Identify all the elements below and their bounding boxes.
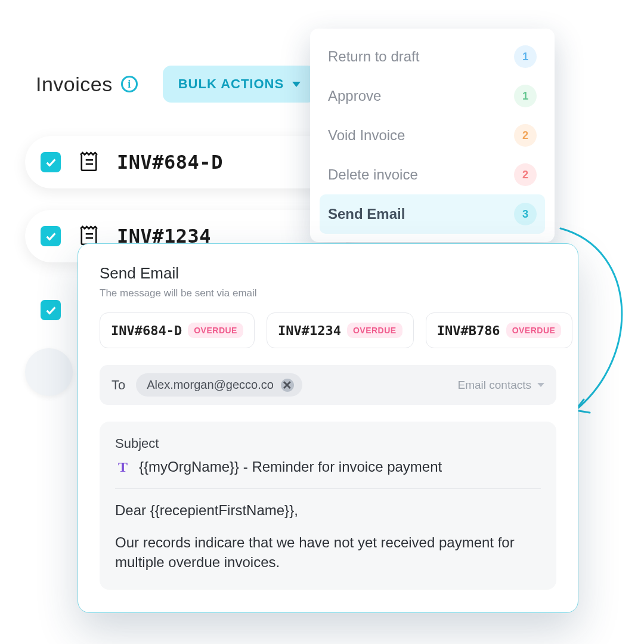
subject-label: Subject: [115, 436, 541, 451]
info-icon[interactable]: i: [121, 76, 138, 92]
subject-input[interactable]: T {{myOrgName}} - Reminder for invoice p…: [115, 459, 541, 475]
page-header: Invoices i BULK ACTIONS: [36, 66, 316, 103]
remove-recipient-icon[interactable]: ✕: [281, 379, 294, 392]
modal-subtitle: The message will be sent via email: [100, 287, 556, 299]
chevron-down-icon: [292, 82, 301, 87]
menu-item-delete[interactable]: Delete invoice 2: [320, 155, 545, 194]
recipient-email: Alex.morgan@gecco.co: [147, 378, 274, 392]
menu-item-label: Return to draft: [328, 48, 419, 65]
invoice-chip-id: INV#B786: [437, 323, 500, 338]
menu-item-return-to-draft[interactable]: Return to draft 1: [320, 37, 545, 76]
bulk-actions-menu: Return to draft 1 Approve 1 Void Invoice…: [310, 29, 555, 242]
send-email-modal: Send Email The message will be sent via …: [78, 243, 578, 613]
menu-item-void[interactable]: Void Invoice 2: [320, 116, 545, 155]
menu-item-badge: 2: [514, 124, 537, 147]
menu-item-label: Void Invoice: [328, 127, 405, 144]
menu-item-label: Delete invoice: [328, 166, 418, 183]
invoice-chip[interactable]: INV#684-D OVERDUE: [100, 312, 255, 348]
to-field[interactable]: To Alex.morgan@gecco.co ✕ Email contacts: [100, 365, 556, 405]
menu-item-badge: 2: [514, 163, 537, 186]
invoice-number: INV#684-D: [117, 151, 223, 174]
email-body-line: Dear {{recepientFirstName}},: [115, 501, 541, 520]
email-body-box: Subject T {{myOrgName}} - Reminder for i…: [100, 422, 556, 590]
bulk-actions-label: BULK ACTIONS: [178, 76, 284, 92]
menu-item-badge: 1: [514, 45, 537, 68]
checkbox-checked-icon[interactable]: [41, 300, 61, 320]
menu-item-send-email[interactable]: Send Email 3: [320, 194, 545, 234]
chevron-down-icon: [537, 383, 544, 387]
email-contacts-label: Email contacts: [457, 379, 531, 392]
status-badge-overdue: OVERDUE: [506, 323, 562, 338]
text-tool-icon[interactable]: T: [115, 459, 131, 475]
invoice-chip-row: INV#684-D OVERDUE INV#1234 OVERDUE INV#B…: [100, 312, 556, 348]
invoice-chip-id: INV#1234: [278, 323, 341, 338]
email-contacts-dropdown[interactable]: Email contacts: [457, 379, 544, 392]
menu-item-label: Approve: [328, 88, 381, 104]
invoice-chip[interactable]: INV#B786 OVERDUE: [426, 312, 573, 348]
menu-item-label: Send Email: [328, 206, 405, 222]
modal-title: Send Email: [100, 264, 556, 283]
invoice-icon: [76, 148, 101, 176]
to-label: To: [112, 377, 125, 393]
menu-item-badge: 1: [514, 85, 537, 107]
menu-item-badge: 3: [514, 203, 537, 225]
invoice-row[interactable]: INV#684-D: [25, 136, 347, 188]
email-body-editor[interactable]: Dear {{recepientFirstName}}, Our records…: [115, 501, 541, 572]
checkbox-checked-icon[interactable]: [41, 152, 61, 172]
checkbox-checked-icon[interactable]: [41, 226, 61, 246]
email-body-line: Our records indicare that we have not ye…: [115, 533, 541, 572]
invoice-chip-id: INV#684-D: [111, 323, 182, 338]
recipient-pill: Alex.morgan@gecco.co ✕: [136, 373, 302, 397]
invoice-row-placeholder: [25, 348, 73, 396]
subject-value: {{myOrgName}} - Reminder for invoice pay…: [139, 459, 442, 475]
invoice-row[interactable]: [25, 284, 73, 336]
invoice-chip[interactable]: INV#1234 OVERDUE: [267, 312, 414, 348]
page-title: Invoices: [36, 73, 113, 96]
divider: [115, 488, 541, 489]
status-badge-overdue: OVERDUE: [188, 323, 243, 338]
menu-item-approve[interactable]: Approve 1: [320, 76, 545, 116]
status-badge-overdue: OVERDUE: [347, 323, 402, 338]
bulk-actions-button[interactable]: BULK ACTIONS: [163, 66, 316, 103]
